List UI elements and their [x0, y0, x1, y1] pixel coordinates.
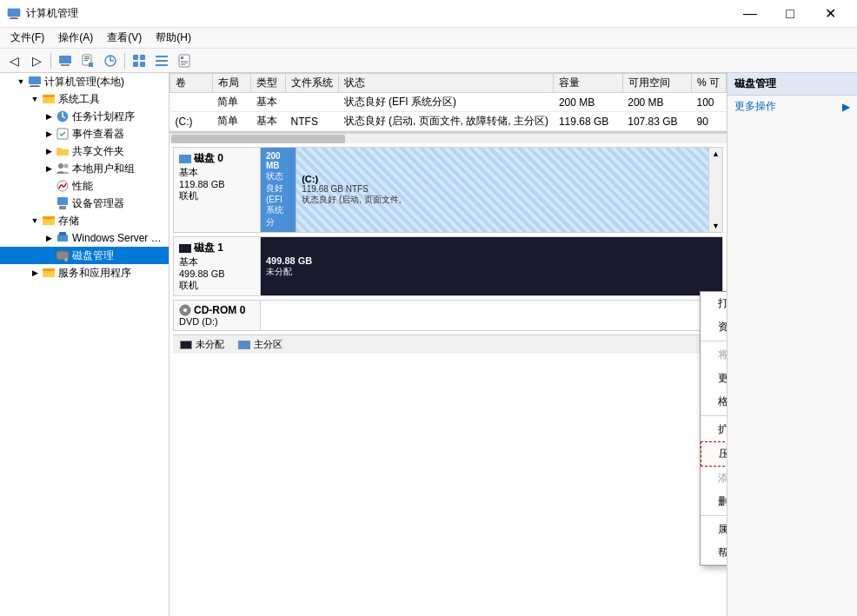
legend-primary-color [238, 341, 250, 349]
disk-table-area: 卷 布局 类型 文件系统 状态 容量 可用空间 % 可 [169, 73, 727, 133]
svg-rect-12 [140, 55, 145, 60]
toolbar-btn-5[interactable] [151, 51, 172, 70]
row-type-1: 基本 [251, 93, 286, 112]
svg-rect-4 [61, 64, 70, 66]
svg-rect-16 [156, 60, 168, 62]
tree-item-device-mgr[interactable]: 设备管理器 [0, 195, 169, 212]
ctx-change-drive[interactable]: 更改驱动器号和路径(C)... [701, 367, 727, 390]
disk-0-info: 磁盘 0 基本 119.88 GB 联机 [174, 148, 261, 232]
ctx-explorer[interactable]: 资源管理器(E) [701, 315, 727, 339]
scrollbar-thumb[interactable] [171, 135, 345, 143]
svg-rect-14 [140, 62, 145, 67]
tree-item-computer-mgmt[interactable]: ▼ 计算机管理(本地) [0, 73, 169, 90]
toolbar-btn-3[interactable] [100, 51, 121, 70]
main-layout: ▼ 计算机管理(本地) ▼ 系统工具 ▶ 任务计划程序 [0, 73, 857, 616]
title-bar-left: 计算机管理 [7, 6, 78, 21]
disk-0-row: 磁盘 0 基本 119.88 GB 联机 200 MB 状态良好 (EFI 系统… [173, 147, 723, 233]
tree-item-winserver-back[interactable]: ▶ Windows Server Back [0, 229, 169, 247]
ctx-delete-vol[interactable]: 删除卷(D)... [701, 490, 727, 513]
back-button[interactable]: ◁ [3, 51, 24, 70]
disk-table: 卷 布局 类型 文件系统 状态 容量 可用空间 % 可 [169, 73, 727, 131]
tree-item-storage[interactable]: ▼ 存储 [0, 212, 169, 229]
toolbar-btn-2[interactable] [77, 51, 98, 70]
col-header-type: 类型 [251, 74, 286, 93]
ctx-shrink[interactable]: 压缩卷(H)... [701, 441, 727, 467]
minimize-button[interactable]: — [730, 0, 770, 28]
actions-more-ops[interactable]: 更多操作 ▶ [727, 96, 857, 117]
svg-rect-22 [181, 64, 185, 65]
svg-rect-27 [43, 95, 55, 97]
tree-item-event-viewer[interactable]: ▶ 事件查看器 [0, 125, 169, 142]
actions-header: 磁盘管理 [727, 73, 857, 96]
ctx-extend[interactable]: 扩展卷(X)... [701, 418, 727, 441]
cdrom-0-partitions [261, 301, 722, 330]
legend-primary: 主分区 [238, 338, 282, 351]
table-row[interactable]: (C:) 简单 基本 NTFS 状态良好 (启动, 页面文件, 故障转储, 主分… [170, 112, 727, 131]
tree-item-system-tools[interactable]: ▼ 系统工具 [0, 90, 169, 108]
forward-button[interactable]: ▷ [26, 51, 47, 70]
tree-label-event-viewer: 事件查看器 [72, 127, 124, 142]
col-header-free: 可用空间 [622, 74, 691, 93]
svg-rect-3 [59, 56, 71, 63]
col-header-status: 状态 [339, 74, 554, 93]
tree-item-task-scheduler[interactable]: ▶ 任务计划程序 [0, 108, 169, 125]
close-button[interactable]: ✕ [810, 0, 850, 28]
restore-button[interactable]: □ [770, 0, 810, 28]
disk-1-type: 基本 [179, 255, 255, 268]
ctx-format[interactable]: 格式化(F)... [701, 390, 727, 414]
col-header-fs: 文件系统 [286, 74, 339, 93]
menu-file[interactable]: 文件(F) [3, 29, 51, 47]
tree-label-local-users: 本地用户和组 [72, 162, 135, 176]
toolbar-btn-4[interactable] [129, 51, 149, 70]
tree-item-services-apps[interactable]: ▶ 服务和应用程序 [0, 264, 169, 282]
tree-label-system-tools: 系统工具 [58, 92, 100, 107]
menu-view[interactable]: 查看(V) [100, 29, 149, 47]
toolbar-btn-6[interactable] [174, 51, 195, 70]
row-status-2: 状态良好 (启动, 页面文件, 故障转储, 主分区) [339, 112, 554, 131]
tree-label-winserver-back: Windows Server Back [72, 232, 165, 244]
tree-label-shared-folders: 共享文件夹 [72, 144, 124, 159]
tree-label-computer-mgmt: 计算机管理(本地) [44, 75, 124, 89]
row-type-2: 基本 [251, 112, 286, 131]
disk-1-row: 磁盘 1 基本 499.88 GB 联机 499.88 GB 未分配 [173, 236, 723, 296]
svg-rect-11 [133, 55, 138, 60]
disk-0-scrollbar[interactable]: ▲ ▼ [708, 148, 722, 232]
row-pct-2: 90 [692, 112, 727, 131]
tree-item-local-users[interactable]: ▶ 本地用户和组 [0, 160, 169, 177]
tree-item-performance[interactable]: 性能 [0, 177, 169, 195]
disk-1-part-unalloc[interactable]: 499.88 GB 未分配 [261, 237, 722, 295]
ctx-open[interactable]: 打开(O) [701, 292, 727, 315]
device-icon [56, 196, 70, 210]
menu-help[interactable]: 帮助(H) [149, 29, 198, 47]
ctx-help[interactable]: 帮助(H) [701, 541, 727, 565]
menu-action[interactable]: 操作(A) [51, 29, 100, 47]
disk-0-partitions: 200 MB 状态良好 (EFI 系统分 (C:) 119.68 GB NTFS… [261, 148, 708, 232]
svg-rect-8 [84, 60, 88, 61]
context-menu: 打开(O) 资源管理器(E) 将分区标记为活动分区(M) 更改驱动器号和路径(C… [700, 291, 727, 566]
disk-0-part-efi[interactable]: 200 MB 状态良好 (EFI 系统分 [261, 148, 296, 232]
toolbar-sep-1 [50, 53, 51, 69]
computer-icon [28, 75, 42, 89]
tree-item-shared-folders[interactable]: ▶ 共享文件夹 [0, 142, 169, 160]
svg-rect-0 [8, 9, 20, 17]
table-row[interactable]: 简单 基本 状态良好 (EFI 系统分区) 200 MB 200 MB 100 [170, 93, 727, 112]
ctx-set-active: 将分区标记为活动分区(M) [701, 343, 727, 367]
disk-0-size: 119.88 GB [179, 179, 255, 189]
row-layout-2: 简单 [212, 112, 250, 131]
tree-item-disk-mgmt[interactable]: 磁盘管理 [0, 247, 169, 264]
row-fs-1 [286, 93, 339, 112]
svg-rect-34 [59, 206, 66, 209]
window-title: 计算机管理 [26, 6, 78, 21]
svg-rect-19 [181, 56, 183, 59]
disk-0-status: 联机 [179, 189, 255, 202]
cdrom-0-title: CD-ROM 0 [179, 304, 255, 316]
tree-label-disk-mgmt: 磁盘管理 [72, 248, 114, 263]
actions-panel: 磁盘管理 更多操作 ▶ [727, 73, 857, 616]
disk-0-title: 磁盘 0 [179, 151, 255, 166]
toolbar-btn-1[interactable] [55, 51, 76, 70]
ctx-properties[interactable]: 属性(P) [701, 518, 727, 541]
col-header-pct: % 可 [692, 74, 727, 93]
horizontal-scrollbar[interactable] [169, 133, 727, 143]
row-fs-2: NTFS [286, 112, 339, 131]
disk-0-part-c[interactable]: (C:) 119.68 GB NTFS 状态良好 (启动, 页面文件, [296, 148, 708, 232]
